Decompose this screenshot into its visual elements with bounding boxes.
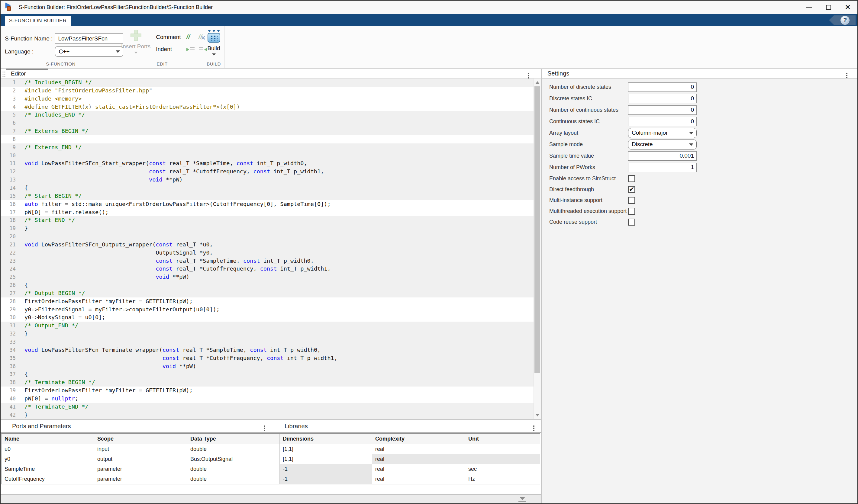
table-cell[interactable]: y0 bbox=[1, 454, 94, 464]
code-text: void **pW) bbox=[19, 362, 196, 371]
table-cell[interactable]: sec bbox=[465, 464, 540, 474]
table-cell[interactable]: real bbox=[372, 474, 465, 484]
settings-panel-menu-button[interactable] bbox=[843, 73, 851, 74]
collapse-panel-button[interactable] bbox=[519, 497, 526, 502]
code-line[interactable]: 3#include <memory> bbox=[1, 95, 541, 103]
code-line[interactable]: 28FirstOrderLowPassFilter *myFilter = GE… bbox=[1, 297, 541, 306]
setting-input[interactable]: 0.001 bbox=[628, 151, 697, 161]
setting-label: Discrete states IC bbox=[549, 95, 592, 102]
table-cell[interactable]: double bbox=[187, 474, 280, 484]
line-number: 35 bbox=[1, 354, 19, 362]
table-header-cell[interactable]: Scope bbox=[94, 434, 187, 444]
table-cell[interactable]: Bus:OutputSignal bbox=[187, 454, 280, 464]
code-line[interactable]: 4#define GETFILTER(x) static_cast<FirstO… bbox=[1, 103, 541, 111]
scrollbar-thumb[interactable] bbox=[535, 86, 540, 373]
table-header-cell[interactable]: Complexity bbox=[372, 434, 465, 444]
help-button[interactable]: ? bbox=[829, 15, 856, 25]
insert-ports-icon bbox=[130, 30, 141, 41]
setting-dropdown[interactable]: Column-major bbox=[628, 128, 697, 138]
table-cell[interactable]: Hz bbox=[465, 474, 540, 484]
setting-checkbox[interactable] bbox=[628, 175, 635, 182]
code-line[interactable]: 29y0->FilteredSignal = myFilter->compute… bbox=[1, 306, 541, 314]
table-cell[interactable]: parameter bbox=[94, 464, 187, 474]
code-line[interactable]: 8 bbox=[1, 135, 541, 143]
libraries-title: Libraries bbox=[285, 423, 308, 430]
ports-and-parameters-header[interactable]: Ports and Parameters bbox=[1, 420, 274, 433]
setting-checkbox[interactable] bbox=[628, 218, 635, 226]
table-cell[interactable]: CutoffFrequency bbox=[1, 474, 94, 484]
toolstrip-spacer bbox=[224, 26, 857, 68]
setting-label: Number of discrete states bbox=[549, 84, 611, 90]
table-cell: real bbox=[372, 454, 465, 464]
setting-input[interactable]: 0 bbox=[628, 94, 697, 103]
minimize-button[interactable] bbox=[799, 1, 819, 14]
setting-input[interactable]: 0 bbox=[628, 82, 697, 92]
table-header-cell[interactable]: Dimensions bbox=[280, 434, 372, 444]
table-cell[interactable]: double bbox=[187, 444, 280, 454]
scroll-up-icon[interactable] bbox=[535, 81, 540, 84]
collapse-triangle-icon bbox=[519, 497, 525, 500]
code-text: void LowPassFilterSFcn_Outputs_wrapper(c… bbox=[19, 241, 213, 249]
setting-input[interactable]: 0 bbox=[628, 105, 697, 115]
code-editor[interactable]: 1/* Includes_BEGIN */2#include "FirstOrd… bbox=[1, 79, 541, 419]
line-number: 17 bbox=[1, 208, 19, 216]
code-line[interactable]: 2#include "FirstOrderLowPassFilter.hpp" bbox=[1, 87, 541, 95]
code-line[interactable]: 39FirstOrderLowPassFilter *myFilter = GE… bbox=[1, 387, 541, 395]
language-dropdown[interactable]: C++ bbox=[55, 46, 123, 57]
setting-dropdown[interactable]: Discrete bbox=[628, 140, 697, 149]
table-header-cell[interactable]: Name bbox=[1, 434, 94, 444]
table-cell[interactable] bbox=[465, 444, 540, 454]
table-cell[interactable]: SampleTime bbox=[1, 464, 94, 474]
sfunction-name-input[interactable]: LowPassFilterSFcn bbox=[55, 33, 123, 44]
minimize-icon bbox=[806, 7, 812, 7]
comment-icon[interactable]: // bbox=[186, 34, 195, 42]
table-cell[interactable]: output bbox=[94, 454, 187, 464]
scroll-down-icon[interactable] bbox=[535, 414, 540, 417]
code-text: OutputSignal *y0, bbox=[19, 249, 213, 257]
table-cell[interactable]: u0 bbox=[1, 444, 94, 454]
close-button[interactable]: ✕ bbox=[838, 1, 857, 14]
code-line[interactable]: 40pW[0] = nullptr; bbox=[1, 395, 541, 403]
setting-dropdown-value: Column-major bbox=[632, 130, 668, 136]
table-cell bbox=[465, 454, 540, 464]
code-text: /* Output_BEGIN */ bbox=[19, 289, 85, 297]
panel-drag-handle-icon[interactable] bbox=[2, 71, 6, 77]
editor-scrollbar[interactable] bbox=[534, 79, 541, 419]
code-line[interactable]: 16auto filter = std::make_unique<FirstOr… bbox=[1, 200, 541, 208]
libraries-panel-menu-button[interactable] bbox=[530, 425, 538, 427]
code-text: /* Start_BEGIN */ bbox=[19, 192, 82, 200]
setting-checkbox[interactable] bbox=[628, 208, 635, 215]
table-cell[interactable]: real bbox=[372, 444, 465, 454]
settings-row: Direct feedthrough bbox=[542, 184, 857, 195]
code-text: void LowPassFilterSFcn_Start_wrapper(con… bbox=[19, 160, 307, 167]
code-line[interactable]: 17pW[0] = filter.release(); bbox=[1, 208, 541, 216]
code-text: FirstOrderLowPassFilter *myFilter = GETF… bbox=[19, 387, 193, 395]
code-line: 19} bbox=[1, 224, 541, 232]
setting-label: Code reuse support bbox=[549, 219, 597, 225]
code-text bbox=[19, 232, 25, 241]
code-text: pW[0] = nullptr; bbox=[19, 395, 78, 403]
setting-checkbox[interactable] bbox=[628, 197, 635, 204]
table-cell[interactable]: input bbox=[94, 444, 187, 454]
maximize-button[interactable] bbox=[819, 1, 838, 14]
table-header-cell[interactable]: Data Type bbox=[187, 434, 280, 444]
code-line: 13 void **pW) bbox=[1, 176, 541, 184]
table-header-cell[interactable]: Unit bbox=[465, 434, 540, 444]
table-cell[interactable]: [1,1] bbox=[280, 454, 372, 464]
setting-input[interactable]: 0 bbox=[628, 117, 697, 126]
editor-panel-menu-button[interactable] bbox=[524, 69, 532, 78]
tab-sfunction-builder[interactable]: S-FUNCTION BUILDER bbox=[5, 16, 71, 26]
table-cell[interactable]: parameter bbox=[94, 474, 187, 484]
table-cell[interactable]: [1,1] bbox=[280, 444, 372, 454]
libraries-header[interactable]: Libraries bbox=[274, 420, 541, 433]
tab-editor[interactable]: Editor bbox=[7, 69, 48, 78]
code-line[interactable]: 30y0->NoisySignal = u0[0]; bbox=[1, 313, 541, 322]
setting-input[interactable]: 1 bbox=[628, 163, 697, 172]
setting-checkbox[interactable] bbox=[628, 186, 635, 193]
table-cell[interactable]: real bbox=[372, 464, 465, 474]
table-cell[interactable]: double bbox=[187, 464, 280, 474]
setting-label: Number of continuous states bbox=[549, 107, 618, 113]
close-icon: ✕ bbox=[845, 4, 851, 11]
indent-right-icon[interactable] bbox=[186, 46, 195, 54]
ports-panel-menu-button[interactable] bbox=[260, 425, 268, 427]
